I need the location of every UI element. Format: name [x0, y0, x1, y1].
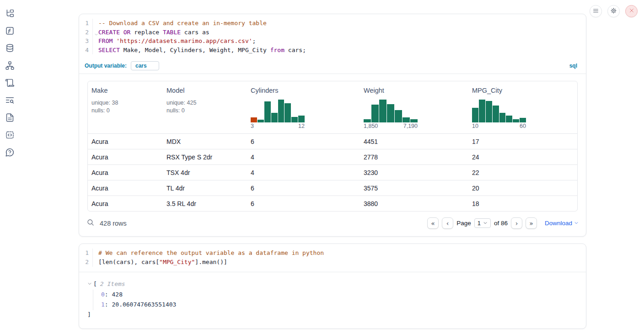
code-line[interactable]: 2CREATE OR replace TABLE cars as	[79, 28, 586, 37]
table-cell: Acura	[88, 164, 163, 180]
histogram-bar	[291, 117, 298, 122]
line-number: 3	[79, 37, 93, 46]
first-page-button[interactable]: «	[427, 217, 439, 229]
column-title: MPG_City	[472, 87, 574, 94]
table-row[interactable]: AcuraTSX 4dr4323022	[88, 164, 577, 180]
sidebar-item-snippets[interactable]	[4, 130, 16, 142]
python-code-editor[interactable]: 1# We can reference the output variable …	[79, 244, 586, 271]
column-header-mpg_city[interactable]: MPG_City1060	[468, 81, 577, 133]
fold-chevron-icon[interactable]	[94, 30, 98, 39]
code-line[interactable]: 2[len(cars), cars["MPG_City"].mean()]	[79, 258, 586, 267]
collapse-toggle[interactable]	[87, 280, 92, 287]
histogram-bars	[472, 100, 526, 122]
sidebar-item-variables[interactable]	[4, 26, 16, 37]
histogram-bar	[479, 100, 485, 122]
column-header-weight[interactable]: Weight1,8507,190	[360, 81, 468, 133]
tree-item-index: 1	[101, 301, 105, 308]
help-bubble-icon	[5, 148, 15, 159]
sidebar-item-data-sources[interactable]	[4, 43, 16, 55]
column-title: Model	[166, 87, 243, 94]
sidebar-item-documentation[interactable]	[4, 112, 16, 124]
code-text: FROM 'https://datasets.marimo.app/cars.c…	[93, 37, 256, 46]
tree-item: 1: 20.060747663551403	[101, 300, 579, 310]
file-text-icon	[5, 113, 15, 124]
histogram-axis-labels: 1060	[472, 123, 526, 129]
table-row[interactable]: AcuraRSX Type S 2dr4277824	[88, 149, 577, 164]
code-text: [len(cars), cars["MPG_City"].mean()]	[93, 258, 227, 267]
column-header-model[interactable]: Modelunique: 425nulls: 0	[163, 81, 247, 133]
next-page-button[interactable]: ›	[511, 217, 522, 229]
histogram-bar	[371, 105, 379, 122]
table-cell: RSX Type S 2dr	[163, 149, 247, 164]
table-cell: 6	[247, 196, 360, 211]
hamburger-icon	[593, 8, 599, 15]
sidebar-item-dependency-graph[interactable]	[4, 60, 16, 72]
line-number: 1	[79, 248, 93, 258]
table-cell: 4	[247, 164, 360, 180]
window-controls	[590, 5, 638, 17]
sidebar-item-file-explorer[interactable]	[4, 8, 16, 20]
line-number: 4	[79, 46, 93, 55]
search-button[interactable]	[86, 218, 95, 228]
table-row[interactable]: AcuraTL 4dr6357520	[88, 180, 577, 196]
table-row[interactable]: AcuraMDX6445117	[88, 133, 577, 149]
function-icon	[5, 26, 15, 37]
page-select[interactable]: 1	[474, 218, 491, 228]
sidebar-item-logs[interactable]	[4, 95, 16, 107]
table-cell: 6	[247, 180, 360, 196]
histogram-axis-labels: 1,8507,190	[364, 123, 418, 129]
bracket-close: ]	[87, 310, 579, 319]
last-page-button[interactable]: »	[526, 217, 537, 229]
pagination: « ‹ Page 1 of 86 › » Download	[427, 217, 579, 229]
chevron-down-icon	[483, 220, 488, 227]
table-footer: 428 rows « ‹ Page 1 of 86 › » Download	[79, 211, 586, 236]
menu-button[interactable]	[590, 5, 602, 17]
language-badge: sql	[569, 63, 580, 69]
shutdown-button[interactable]	[625, 5, 638, 17]
bracket-open: [	[93, 280, 97, 289]
histogram-bar	[486, 101, 492, 123]
chevron-down-icon	[87, 280, 92, 287]
database-icon	[5, 43, 15, 54]
column-histogram: 1060	[472, 100, 526, 129]
histogram-bar	[520, 118, 526, 122]
page-label: Page	[456, 220, 471, 227]
code-text: -- Download a CSV and create an in-memor…	[93, 19, 267, 28]
histogram-bar	[379, 100, 386, 122]
download-label: Download	[545, 220, 572, 227]
row-count: 428 rows	[100, 220, 127, 227]
chevron-down-icon	[574, 220, 579, 227]
code-line[interactable]: 3FROM 'https://datasets.marimo.app/cars.…	[79, 37, 586, 46]
settings-button[interactable]	[607, 5, 620, 17]
python-output: [ 2 Items 0: 4281: 20.060747663551403 ]	[79, 272, 586, 328]
output-variable-input[interactable]: cars	[131, 61, 159, 70]
table-output: Makeunique: 38nulls: 0Modelunique: 425nu…	[79, 74, 586, 211]
table-cell: 17	[468, 133, 577, 149]
column-title: Cylinders	[251, 87, 356, 94]
sidebar-item-help[interactable]	[4, 147, 16, 159]
table-cell: TL 4dr	[163, 180, 247, 196]
table-cell: 3880	[360, 196, 468, 211]
sidebar-item-scratchpad[interactable]	[4, 78, 16, 90]
column-header-cylinders[interactable]: Cylinders312	[247, 81, 360, 133]
code-text: # We can reference the output variable a…	[93, 248, 324, 258]
code-line[interactable]: 1# We can reference the output variable …	[79, 248, 586, 258]
code-line[interactable]: 1-- Download a CSV and create an in-memo…	[79, 19, 586, 28]
sql-code-editor[interactable]: 1-- Download a CSV and create an in-memo…	[79, 14, 586, 59]
code-line[interactable]: 4SELECT Make, Model, Cylinders, Weight, …	[79, 46, 586, 55]
column-title: Make	[91, 87, 159, 94]
table-cell: 24	[468, 149, 577, 164]
table-cell: 20	[468, 180, 577, 196]
previous-page-button[interactable]: ‹	[442, 217, 453, 229]
notebook-area: 1-- Download a CSV and create an in-memo…	[79, 14, 586, 329]
table-cell: Acura	[88, 149, 163, 164]
histogram-bar	[402, 117, 410, 122]
histogram-bar	[264, 101, 271, 122]
histogram-bar	[506, 116, 512, 122]
download-button[interactable]: Download	[545, 220, 579, 227]
tree-item-value: : 20.060747663551403	[105, 301, 177, 308]
tree-item: 0: 428	[101, 290, 579, 300]
network-icon	[5, 61, 15, 72]
table-row[interactable]: Acura3.5 RL 4dr6388018	[88, 196, 577, 211]
column-header-make[interactable]: Makeunique: 38nulls: 0	[88, 81, 163, 133]
